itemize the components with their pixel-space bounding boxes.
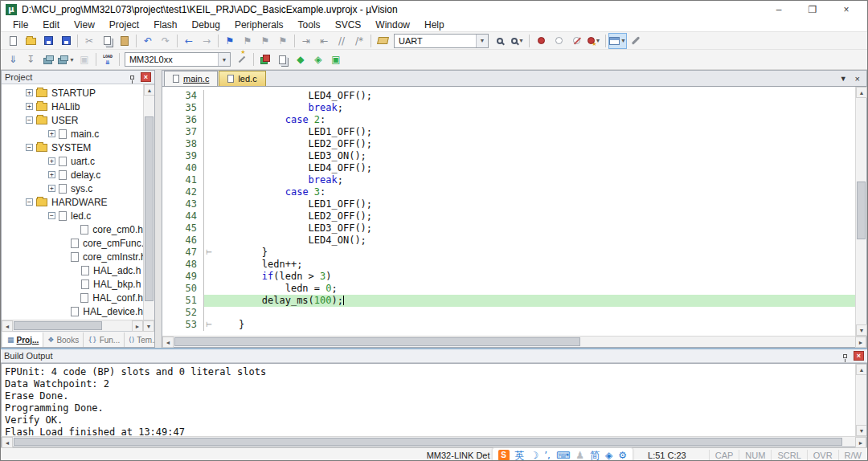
pin-icon[interactable] — [130, 75, 134, 80]
new-file-button[interactable] — [4, 33, 22, 49]
indent-button[interactable]: ⇥ — [297, 33, 315, 49]
tab-list-icon[interactable]: ▼ — [840, 75, 847, 83]
scroll-up-icon[interactable]: ▲ — [856, 364, 867, 375]
next-bookmark-button[interactable]: ⚑ — [256, 33, 274, 49]
code-line-53[interactable]: 53⊢ } — [162, 319, 855, 331]
code-line-45[interactable]: 45 LED3_OFF(); — [162, 222, 855, 235]
editor-hscrollbar[interactable]: ◄ ► — [162, 336, 866, 347]
menu-peripherals[interactable]: Peripherals — [227, 19, 291, 31]
build-button[interactable]: ↧ — [22, 51, 39, 67]
tree-item-core-cminstr-h[interactable]: core_cmInstr.h — [2, 250, 143, 263]
expand-icon[interactable]: + — [26, 103, 33, 110]
document-tab-main-c[interactable]: main.c — [164, 71, 218, 86]
tree-item-hal-bkp-h[interactable]: HAL_bkp.h — [2, 277, 143, 291]
tree-item-user[interactable]: −USER — [2, 113, 143, 127]
close-document-icon[interactable]: × — [855, 74, 860, 84]
build-output-close-icon[interactable]: × — [854, 351, 864, 361]
tree-item-hal-conf-h[interactable]: HAL_conf.h — [2, 291, 143, 304]
tree-item-core-cm0-h[interactable]: core_cm0.h — [2, 222, 143, 236]
ime-icon-5[interactable]: ♟ — [575, 451, 584, 460]
menu-debug[interactable]: Debug — [185, 19, 227, 31]
pack-installer-button[interactable]: ▣ — [327, 51, 345, 67]
tree-item-main-c[interactable]: +main.c — [2, 127, 143, 141]
code-line-39[interactable]: 39 LED3_ON(); — [162, 150, 855, 162]
disable-all-breakpoints-button[interactable] — [567, 33, 585, 49]
expand-icon[interactable]: + — [48, 185, 55, 192]
ime-icon-7[interactable]: ◈ — [605, 451, 612, 460]
scroll-down-icon[interactable]: ▼ — [856, 324, 867, 336]
clear-bookmarks-button[interactable]: ⚑ — [274, 33, 292, 49]
scroll-down-icon[interactable]: ▼ — [143, 320, 154, 332]
code-line-40[interactable]: 40 LED4_OFF(); — [162, 162, 855, 174]
debug-windows-button[interactable]: ▼ — [608, 33, 627, 49]
cut-button[interactable]: ✂ — [80, 33, 98, 49]
code-line-42[interactable]: 42 case 3: — [162, 186, 855, 198]
menu-edit[interactable]: Edit — [35, 19, 67, 31]
close-icon[interactable]: × — [840, 4, 853, 15]
build-output-vscrollbar[interactable]: ▲ ▼ — [855, 364, 866, 436]
toggle-bookmark-button[interactable]: ⚑ — [221, 33, 239, 49]
undo-button[interactable]: ↶ — [139, 33, 157, 49]
code-line-50[interactable]: 50 ledn = 0; — [162, 283, 855, 295]
project-tree-vscrollbar[interactable]: ▲ — [143, 84, 154, 320]
scroll-left-icon[interactable]: ◄ — [162, 337, 174, 348]
code-line-49[interactable]: 49 if(ledn > 3) — [162, 271, 855, 283]
find-button[interactable] — [491, 33, 509, 49]
ime-logo-icon[interactable]: S — [498, 450, 510, 461]
tree-item-led-c[interactable]: −led.c — [2, 209, 143, 222]
configuration-button[interactable] — [627, 33, 645, 49]
tree-item-delay-c[interactable]: +delay.c — [2, 168, 143, 182]
translate-button[interactable]: ⇓ — [4, 51, 22, 67]
expand-icon[interactable]: + — [48, 171, 55, 178]
scroll-thumb[interactable] — [174, 337, 580, 346]
scroll-left-icon[interactable]: ◄ — [2, 437, 13, 448]
collapse-icon[interactable]: − — [26, 198, 33, 206]
scroll-up-icon[interactable]: ▲ — [856, 87, 867, 98]
manage-project-items-button[interactable] — [274, 51, 292, 67]
navigate-back-button[interactable]: ← — [180, 33, 198, 49]
project-close-icon[interactable]: × — [141, 72, 151, 82]
redo-button[interactable]: ↷ — [157, 33, 174, 49]
tree-item-startup[interactable]: +STARTUP — [2, 86, 143, 100]
save-button[interactable] — [39, 33, 57, 49]
rebuild-button[interactable] — [39, 51, 57, 67]
ime-icon-6[interactable]: 简 — [590, 451, 600, 460]
incremental-find-button-dropdown-icon[interactable]: ▼ — [518, 38, 524, 43]
document-tab-led-c[interactable]: led.c — [219, 71, 265, 86]
tree-item-uart-c[interactable]: +uart.c — [2, 154, 143, 168]
scroll-right-icon[interactable]: ► — [855, 337, 866, 348]
code-line-51[interactable]: 51 delay_ms(100); — [162, 295, 855, 307]
project-tree-hscrollbar[interactable]: ◄ ► ▼ — [2, 320, 154, 331]
collapse-icon[interactable]: − — [26, 144, 33, 151]
code-line-38[interactable]: 38 LED2_OFF(); — [162, 138, 855, 150]
comment-button[interactable]: // — [333, 33, 350, 49]
paste-button[interactable] — [116, 33, 133, 49]
prev-bookmark-button[interactable]: ⚑ — [239, 33, 256, 49]
tree-item-system[interactable]: −SYSTEM — [2, 141, 143, 154]
menu-svcs[interactable]: SVCS — [328, 19, 369, 31]
software-packs-button[interactable]: ◈ — [309, 51, 327, 67]
open-file-button[interactable] — [22, 33, 39, 49]
search-combo[interactable]: UART▼ — [394, 34, 489, 48]
pin-icon[interactable] — [843, 354, 847, 358]
flash-download-button[interactable]: LOAD — [99, 51, 117, 67]
menu-help[interactable]: Help — [417, 19, 452, 31]
enable-breakpoint-button[interactable] — [550, 33, 567, 49]
build-output-body[interactable]: FPUnit: 4 code (BP) slots and 0 literal … — [1, 363, 867, 436]
target-combo[interactable]: MM32L0xx▼ — [125, 52, 231, 67]
navigate-forward-button[interactable]: → — [198, 33, 215, 49]
scroll-right-icon[interactable]: ► — [855, 437, 866, 448]
build-output-hscrollbar[interactable]: ◄ ► — [1, 436, 867, 447]
scroll-thumb[interactable] — [14, 438, 842, 446]
code-line-37[interactable]: 37 LED1_OFF(); — [162, 126, 855, 138]
code-line-48[interactable]: 48 ledn++; — [162, 259, 855, 271]
ime-icon-3[interactable]: ’, — [544, 451, 551, 460]
manage-rte-button[interactable] — [256, 51, 274, 67]
panel-tab-fun[interactable]: {}Fun... — [84, 332, 125, 347]
debug-windows-button-dropdown-icon[interactable]: ▼ — [620, 38, 626, 43]
scroll-thumb[interactable] — [857, 182, 866, 239]
uncomment-button[interactable]: /* — [350, 33, 368, 49]
tree-item-hal-device-h[interactable]: HAL_device.h — [2, 304, 143, 318]
editor-vscrollbar[interactable]: ▲ ▼ — [855, 87, 866, 336]
menu-file[interactable]: File — [6, 19, 35, 31]
